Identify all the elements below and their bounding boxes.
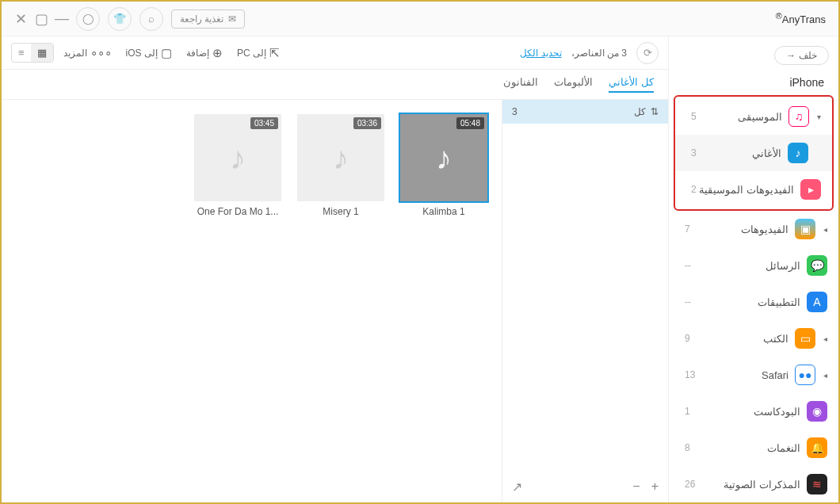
to-ios-button[interactable]: ▢إلى iOS bbox=[121, 43, 177, 63]
user-icon[interactable]: ◯ bbox=[76, 7, 100, 31]
plus-icon: ⊕ bbox=[212, 46, 223, 60]
feedback-button[interactable]: ✉ تغذية راجعة bbox=[171, 10, 245, 29]
filter-count: 3 bbox=[512, 106, 517, 117]
maximize-button[interactable]: ▢ bbox=[35, 10, 48, 28]
song-thumbnail[interactable]: 03:45 ♪ bbox=[194, 114, 281, 201]
ringtone-icon: 🔔 bbox=[807, 437, 827, 458]
phone-icon: ▢ bbox=[161, 46, 172, 60]
item-count: 3 من العناصر، bbox=[571, 48, 627, 59]
back-button[interactable]: خلف → bbox=[774, 46, 829, 65]
content-area: ⟳ 3 من العناصر، تحديد الكل ⇱إلى PC ⊕إضاف… bbox=[2, 36, 668, 502]
chevron-left-icon: → bbox=[786, 50, 796, 61]
duration-badge: 03:36 bbox=[353, 117, 381, 129]
add-filter-button[interactable]: + bbox=[651, 479, 659, 494]
category-books[interactable]: ◂ ▭ الكتب 9 bbox=[669, 320, 838, 357]
to-pc-button[interactable]: ⇱إلى PC bbox=[232, 43, 284, 63]
view-toggle: ▦ ≡ bbox=[11, 43, 54, 63]
grid-view-button[interactable]: ▦ bbox=[31, 44, 53, 62]
songs-grid: 05:48 ♪ Kalimba 1 03:36 ♪ Misery 1 bbox=[2, 100, 502, 502]
category-songs[interactable]: ♪ الأغاني 3 bbox=[675, 135, 832, 171]
filter-all-row[interactable]: ⇅كل 3 bbox=[502, 100, 668, 124]
song-icon: ♪ bbox=[788, 143, 808, 163]
main: خلف → iPhone ▾ ♫ الموسيقى 5 bbox=[2, 36, 838, 502]
add-button[interactable]: ⊕إضافة bbox=[181, 43, 227, 63]
voice-memo-icon: ≋ bbox=[807, 474, 827, 494]
list-view-button[interactable]: ≡ bbox=[12, 44, 31, 62]
category-apps[interactable]: A التطبيقات -- bbox=[669, 284, 838, 320]
content-toolbar: ⟳ 3 من العناصر، تحديد الكل ⇱إلى PC ⊕إضاف… bbox=[2, 36, 668, 70]
chevron-right-icon: ◂ bbox=[823, 225, 827, 234]
song-title: One For Da Mo 1... bbox=[194, 206, 281, 217]
category-voice-memos[interactable]: ≋ المذكرات الصوتية 26 bbox=[669, 466, 838, 502]
share-button[interactable]: ↗ bbox=[512, 479, 522, 494]
dots-icon: ∘∘∘ bbox=[90, 46, 112, 60]
messages-icon: 💬 bbox=[807, 255, 827, 276]
refresh-button[interactable]: ⟳ bbox=[636, 42, 659, 64]
podcast-icon: ◉ bbox=[807, 401, 827, 422]
videos-icon: ▣ bbox=[795, 219, 815, 239]
song-title: Kalimba 1 bbox=[400, 206, 487, 217]
app-window: AnyTrans® ✉ تغذية راجعة ⌕ 👕 ◯ — ▢ ✕ خلف … bbox=[0, 0, 840, 504]
music-icon: ♫ bbox=[788, 106, 809, 127]
category-videos[interactable]: ◂ ▣ الفيديوهات 7 bbox=[669, 211, 838, 247]
duration-badge: 05:48 bbox=[456, 117, 484, 129]
category-safari[interactable]: ◂ ●● Safari 13 bbox=[669, 357, 838, 393]
tab-albums[interactable]: الألبومات bbox=[554, 76, 593, 93]
close-button[interactable]: ✕ bbox=[14, 10, 27, 28]
remove-filter-button[interactable]: − bbox=[632, 479, 640, 494]
category-music-videos[interactable]: ▸ الفيديوهات الموسيقية 2 bbox=[675, 171, 832, 208]
device-name: iPhone bbox=[669, 70, 838, 95]
category-list: ▾ ♫ الموسيقى 5 ♪ الأغاني 3 bbox=[669, 95, 838, 502]
titlebar-right: ✉ تغذية راجعة ⌕ 👕 ◯ — ▢ ✕ bbox=[14, 7, 245, 31]
content-tabs: كل الأغاني الألبومات الفنانون bbox=[2, 70, 668, 100]
category-podcasts[interactable]: ◉ البودكاست 1 bbox=[669, 393, 838, 430]
song-item[interactable]: 05:48 ♪ Kalimba 1 bbox=[400, 114, 487, 217]
note-icon: ♪ bbox=[436, 140, 452, 176]
song-thumbnail[interactable]: 05:48 ♪ bbox=[400, 114, 487, 201]
music-video-icon: ▸ bbox=[800, 179, 821, 200]
filter-icon: ⇅ bbox=[651, 106, 659, 117]
category-ringtones[interactable]: 🔔 النغمات 8 bbox=[669, 430, 838, 466]
toolbar-actions: ⇱إلى PC ⊕إضافة ▢إلى iOS ∘∘∘المزيد ▦ ≡ bbox=[11, 43, 284, 63]
highlighted-categories: ▾ ♫ الموسيقى 5 ♪ الأغاني 3 bbox=[674, 95, 834, 211]
category-music[interactable]: ▾ ♫ الموسيقى 5 bbox=[675, 98, 832, 135]
filter-column: ⇅كل 3 + − ↗ bbox=[502, 100, 668, 502]
category-messages[interactable]: 💬 الرسائل -- bbox=[669, 247, 838, 284]
search-icon[interactable]: ⌕ bbox=[139, 7, 163, 31]
song-item[interactable]: 03:36 ♪ Misery 1 bbox=[297, 114, 384, 217]
safari-icon: ●● bbox=[795, 365, 815, 385]
minimize-button[interactable]: — bbox=[55, 10, 68, 27]
chevron-right-icon: ◂ bbox=[823, 371, 827, 380]
tab-all-songs[interactable]: كل الأغاني bbox=[609, 76, 654, 93]
chevron-down-icon: ▾ bbox=[817, 113, 821, 121]
brand: AnyTrans® bbox=[776, 11, 826, 25]
mail-icon: ✉ bbox=[228, 13, 236, 25]
song-title: Misery 1 bbox=[297, 206, 384, 217]
books-icon: ▭ bbox=[795, 328, 815, 349]
titlebar: AnyTrans® ✉ تغذية راجعة ⌕ 👕 ◯ — ▢ ✕ bbox=[2, 2, 838, 36]
shirt-icon[interactable]: 👕 bbox=[108, 7, 132, 31]
select-all-link[interactable]: تحديد الكل bbox=[520, 48, 561, 59]
content-body: ⇅كل 3 + − ↗ 05:48 ♪ bbox=[2, 100, 668, 502]
note-icon: ♪ bbox=[230, 140, 246, 176]
note-icon: ♪ bbox=[333, 140, 349, 176]
more-button[interactable]: ∘∘∘المزيد bbox=[59, 43, 116, 63]
chevron-right-icon: ◂ bbox=[823, 334, 827, 343]
export-icon: ⇱ bbox=[269, 46, 280, 60]
song-thumbnail[interactable]: 03:36 ♪ bbox=[297, 114, 384, 201]
filter-footer: + − ↗ bbox=[502, 472, 668, 502]
titlebar-left: AnyTrans® bbox=[776, 11, 826, 25]
duration-badge: 03:45 bbox=[250, 117, 278, 129]
tab-artists[interactable]: الفنانون bbox=[503, 76, 538, 93]
song-item[interactable]: 03:45 ♪ One For Da Mo 1... bbox=[194, 114, 281, 217]
apps-icon: A bbox=[807, 292, 827, 312]
category-sidebar: خلف → iPhone ▾ ♫ الموسيقى 5 bbox=[668, 36, 838, 502]
